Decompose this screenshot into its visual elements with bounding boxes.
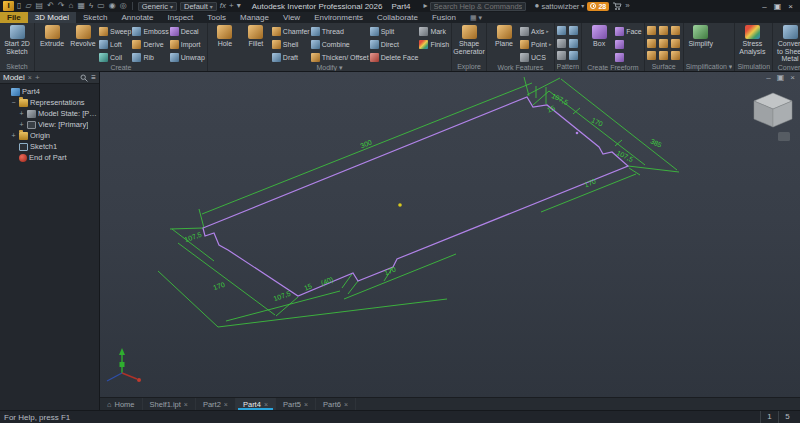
user-name[interactable]: sattowizber [541, 2, 579, 11]
doc-restore-button[interactable]: ▣ [777, 73, 785, 82]
ribbon-tab-file[interactable]: File [0, 12, 28, 23]
open-folder-icon[interactable]: ▱ [25, 1, 31, 11]
tree-item-origin[interactable]: +Origin [2, 130, 99, 141]
expander-icon[interactable]: − [10, 99, 17, 106]
redo-icon[interactable]: ↷ [58, 1, 65, 11]
sketch-pattern-icon[interactable] [569, 39, 578, 48]
chevron-down-icon[interactable]: ▾ [581, 1, 584, 11]
material-ball-icon[interactable]: ◉ [109, 1, 116, 11]
undo-icon[interactable]: ↶ [47, 1, 54, 11]
doc-tab-part2[interactable]: Part2× [196, 398, 236, 410]
import-button[interactable]: Import [170, 38, 205, 50]
doc-tab-part6[interactable]: Part6× [316, 398, 356, 410]
rib-button[interactable]: Rib [132, 51, 168, 63]
browser-tab-model[interactable]: Model [3, 73, 25, 82]
combine-button[interactable]: Combine [311, 38, 369, 50]
doc-tab-home[interactable]: ⌂Home [100, 398, 143, 410]
minimize-button[interactable]: – [762, 2, 766, 11]
split-button[interactable]: Split [370, 25, 419, 37]
viewport-3d[interactable]: – ▣ × [100, 72, 800, 397]
close-icon[interactable]: × [184, 401, 188, 408]
pattern-extra2-icon[interactable] [569, 51, 578, 60]
search-icon[interactable] [80, 74, 88, 82]
sweep-button[interactable]: Sweep [99, 25, 131, 37]
close-icon[interactable]: × [28, 74, 32, 81]
appearance-select[interactable]: Default ▾ [180, 2, 217, 11]
stitch-icon[interactable] [647, 26, 656, 35]
cart-icon[interactable] [612, 2, 622, 10]
bolt-icon[interactable]: ϟ [89, 1, 93, 11]
tree-item-view-primary[interactable]: +View: [Primary] [2, 119, 99, 130]
circular-pattern-icon[interactable] [569, 26, 578, 35]
thread-button[interactable]: Thread [311, 25, 369, 37]
extrude-button[interactable]: Extrude [37, 24, 67, 63]
app-button[interactable]: I [3, 1, 14, 11]
ribbon-tab-sketch[interactable]: Sketch [76, 12, 114, 23]
close-icon[interactable]: × [344, 401, 348, 408]
boundary-icon[interactable] [647, 51, 656, 60]
expander-icon[interactable]: + [10, 132, 17, 139]
mirror-icon[interactable] [557, 39, 566, 48]
ribbon-tab-inspect[interactable]: Inspect [161, 12, 201, 23]
chevron-down-icon[interactable]: ▾ [237, 1, 241, 11]
draft-button[interactable]: Draft [272, 51, 310, 63]
ruled-icon[interactable] [671, 39, 680, 48]
menu-icon[interactable]: ≡ [91, 73, 96, 82]
plane-button[interactable]: Plane [489, 24, 519, 63]
tree-item-representations[interactable]: −Representations [2, 97, 99, 108]
simplify-button[interactable]: Simplify [686, 24, 716, 62]
start-2d-sketch-button[interactable]: Start 2D Sketch [2, 24, 32, 62]
mark-button[interactable]: Mark [419, 25, 449, 37]
axis-button[interactable]: Axis▸ [520, 25, 551, 37]
close-button[interactable]: × [788, 2, 793, 11]
freeform-plane-button[interactable] [615, 38, 642, 50]
rectangular-pattern-icon[interactable] [557, 26, 566, 35]
shell-button[interactable]: Shell [272, 38, 310, 50]
color-wheel-icon[interactable]: ◎ [120, 1, 127, 11]
doc-tab-part4[interactable]: Part4× [236, 398, 276, 410]
close-icon[interactable]: × [304, 401, 308, 408]
ribbon-tab-environments[interactable]: Environments [307, 12, 370, 23]
decal-button[interactable]: Decal [170, 25, 205, 37]
pattern-extra1-icon[interactable] [557, 51, 566, 60]
add-button[interactable]: + [229, 1, 234, 11]
tree-item-sketch1[interactable]: Sketch1 [2, 141, 99, 152]
ribbon-tab-3d-model[interactable]: 3D Model [28, 12, 76, 23]
ucs-button[interactable]: UCS [520, 51, 551, 63]
fillet-button[interactable]: Fillet [241, 24, 271, 63]
delete-face-button[interactable]: Delete Face [370, 51, 419, 63]
search-input[interactable] [430, 2, 526, 11]
ribbon-tab-tools[interactable]: Tools [200, 12, 233, 23]
derive-button[interactable]: Derive [132, 38, 168, 50]
home-icon[interactable]: ⌂ [69, 1, 74, 11]
ribbon-tab-annotate[interactable]: Annotate [115, 12, 161, 23]
ribbon-tab-collaborate[interactable]: Collaborate [370, 12, 425, 23]
coil-button[interactable]: Coil [99, 51, 131, 63]
doc-tab-shelf1-ipt[interactable]: Shelf1.ipt× [143, 398, 196, 410]
notification-badge[interactable]: 28 [587, 2, 609, 11]
fit-mesh-icon[interactable] [671, 51, 680, 60]
box-button[interactable]: Box [584, 24, 614, 63]
ribbon-tab-manage[interactable]: Manage [233, 12, 276, 23]
emboss-button[interactable]: Emboss [132, 25, 168, 37]
extend-icon[interactable] [647, 39, 656, 48]
doc-close-button[interactable]: × [790, 73, 795, 82]
freeform-quadball-button[interactable] [615, 51, 642, 63]
doc-tab-part5[interactable]: Part5× [276, 398, 316, 410]
hole-button[interactable]: Hole [210, 24, 240, 63]
face-button[interactable]: Face [615, 25, 642, 37]
shape-generator-button[interactable]: Shape Generator [454, 24, 484, 62]
repair-icon[interactable] [659, 51, 668, 60]
tree-item-model-state-primary[interactable]: +Model State: [Primary] [2, 108, 99, 119]
image-icon[interactable]: ▦ [77, 1, 85, 11]
stress-analysis-button[interactable]: Stress Analysis [737, 24, 767, 62]
expander-icon[interactable]: + [18, 121, 25, 128]
restore-button[interactable]: ▣ [774, 2, 782, 11]
point-button[interactable]: Point▸ [520, 38, 551, 50]
fx-button[interactable]: fx [220, 1, 226, 11]
loft-button[interactable]: Loft [99, 38, 131, 50]
ribbon-tab-view[interactable]: View [276, 12, 307, 23]
add-tab-button[interactable]: + [35, 73, 40, 82]
overflow-icon[interactable]: » [625, 1, 629, 11]
tree-item-end-of-part[interactable]: End of Part [2, 152, 99, 163]
